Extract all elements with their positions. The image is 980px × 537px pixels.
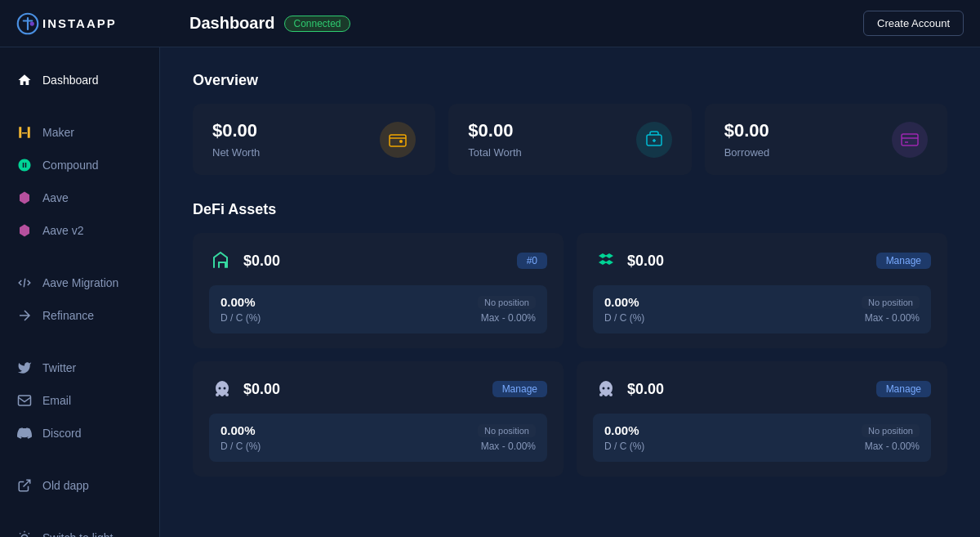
total-worth-amount: $0.00: [468, 120, 522, 141]
defi-title: DeFi Assets: [193, 201, 947, 218]
sidebar-item-aave[interactable]: Aave: [0, 181, 159, 214]
net-worth-info: $0.00 Net Worth: [212, 120, 260, 159]
svg-rect-21: [220, 393, 224, 396]
maker-card-left: $0.00: [209, 248, 280, 274]
sidebar-item-twitter[interactable]: Twitter: [0, 351, 159, 384]
maker-badge[interactable]: #0: [517, 253, 547, 269]
sidebar-label-aave-migration: Aave Migration: [42, 276, 118, 289]
total-worth-card: $0.00 Total Worth: [448, 104, 691, 175]
aave-v2-pct: 0.00%: [604, 423, 639, 437]
borrowed-card: $0.00 Borrowed: [705, 104, 947, 175]
aave-v2-stats-row-1: 0.00% No position: [604, 423, 920, 437]
aave-stats-row-2: D / C (%) Max - 0.00%: [220, 441, 536, 452]
compound-max: Max - 0.00%: [865, 312, 920, 324]
aave-icon: [16, 190, 33, 206]
aave-v2-card-left: $0.00: [593, 376, 664, 402]
maker-stats: 0.00% No position D / C (%) Max - 0.00%: [209, 285, 547, 333]
svg-rect-20: [216, 393, 219, 396]
svg-rect-26: [599, 393, 603, 396]
aave-card-header: $0.00 Manage: [209, 376, 547, 402]
aave-stats: 0.00% No position D / C (%) Max - 0.00%: [209, 414, 547, 462]
svg-point-30: [608, 387, 610, 390]
sidebar-item-aave-v2[interactable]: Aave v2: [0, 214, 159, 247]
compound-card-left: $0.00: [593, 248, 664, 274]
sidebar-group-tools: Aave Migration Refinance: [0, 263, 159, 335]
compound-manage-button[interactable]: Manage: [876, 253, 931, 269]
svg-rect-22: [225, 393, 229, 396]
net-worth-label: Net Worth: [212, 146, 260, 159]
sidebar-item-switch-light[interactable]: Switch to light: [0, 521, 159, 537]
sidebar-item-compound[interactable]: Compound: [0, 149, 159, 181]
svg-rect-2: [19, 396, 31, 405]
sidebar-label-switch-light: Switch to light: [42, 531, 113, 537]
svg-point-1: [30, 21, 34, 25]
svg-line-11: [29, 533, 29, 534]
sidebar-item-email[interactable]: Email: [0, 384, 159, 417]
sun-icon: [16, 530, 33, 537]
maker-stats-row-1: 0.00% No position: [220, 295, 536, 309]
compound-icon: [16, 157, 33, 173]
net-worth-icon: [380, 122, 416, 158]
sidebar-label-discord: Discord: [42, 427, 81, 440]
sidebar-group-theme: Switch to light: [0, 518, 159, 537]
compound-card-header: $0.00 Manage: [593, 248, 931, 274]
sidebar-item-aave-migration[interactable]: Aave Migration: [0, 266, 159, 299]
aave-dc-label: D / C (%): [220, 441, 261, 452]
aave-v2-max: Max - 0.00%: [865, 441, 920, 452]
total-worth-info: $0.00 Total Worth: [468, 120, 522, 159]
twitter-icon: [16, 360, 33, 376]
svg-rect-27: [604, 393, 608, 396]
sidebar-item-maker[interactable]: Maker: [0, 116, 159, 149]
aave-v2-amount: $0.00: [627, 381, 664, 398]
sidebar-item-old-dapp[interactable]: Old dapp: [0, 469, 159, 502]
aave-pct: 0.00%: [220, 423, 256, 437]
aave-manage-button[interactable]: Manage: [492, 381, 547, 397]
sidebar-label-old-dapp: Old dapp: [42, 479, 89, 492]
aave-defi-card: $0.00 Manage 0.00% No position D / C (%)…: [193, 361, 564, 477]
total-worth-icon: [636, 122, 672, 158]
maker-defi-card: $0.00 #0 0.00% No position D / C (%) Max…: [193, 233, 564, 348]
sidebar-label-dashboard: Dashboard: [42, 74, 99, 87]
borrowed-info: $0.00 Borrowed: [724, 120, 770, 159]
create-account-button[interactable]: Create Account: [863, 11, 964, 36]
compound-stats: 0.00% No position D / C (%) Max - 0.00%: [593, 285, 931, 333]
net-worth-amount: $0.00: [212, 120, 260, 141]
aave-v2-defi-card: $0.00 Manage 0.00% No position D / C (%)…: [577, 361, 947, 477]
aave-v2-card-header: $0.00 Manage: [593, 376, 931, 402]
aave-v2-no-position: No position: [862, 424, 920, 437]
logo: INSTAAPP: [16, 12, 176, 35]
aave-v2-protocol-icon: [593, 376, 619, 402]
migrate-icon: [16, 275, 33, 291]
compound-stats-row-2: D / C (%) Max - 0.00%: [604, 312, 920, 324]
aave-v2-dc-label: D / C (%): [604, 441, 644, 452]
sidebar-label-maker: Maker: [42, 126, 74, 139]
aave-protocol-icon: [209, 376, 235, 402]
compound-no-position: No position: [862, 296, 920, 309]
maker-stats-row-2: D / C (%) Max - 0.00%: [220, 312, 536, 324]
home-icon: [16, 72, 33, 88]
sidebar-item-dashboard[interactable]: Dashboard: [0, 64, 159, 96]
sidebar-item-discord[interactable]: Discord: [0, 417, 159, 450]
header-title-area: Dashboard Connected: [189, 14, 350, 33]
svg-point-29: [603, 387, 605, 390]
logo-icon: [16, 12, 39, 35]
sidebar-item-refinance[interactable]: Refinance: [0, 299, 159, 332]
svg-point-23: [219, 387, 221, 390]
aave-v2-manage-button[interactable]: Manage: [876, 381, 931, 397]
sidebar-label-aave-v2: Aave v2: [42, 224, 84, 237]
header-left: INSTAAPP Dashboard Connected: [16, 12, 350, 35]
svg-rect-12: [390, 135, 406, 146]
overview-cards: $0.00 Net Worth $0.00 Total Worth: [193, 104, 947, 175]
compound-defi-card: $0.00 Manage 0.00% No position D / C (%)…: [577, 233, 947, 348]
sidebar-label-email: Email: [42, 394, 71, 407]
compound-stats-row-1: 0.00% No position: [604, 295, 920, 309]
logo-text: INSTAAPP: [42, 16, 117, 30]
aave-amount: $0.00: [243, 381, 280, 398]
aave-card-left: $0.00: [209, 376, 280, 402]
sidebar-group-protocols: Maker Compound Aave Aave v2: [0, 113, 159, 250]
compound-protocol-icon: [593, 248, 619, 274]
aave-v2-icon: [16, 222, 33, 239]
main-content: Overview $0.00 Net Worth $0.00 Total Wor…: [160, 47, 980, 537]
defi-grid: $0.00 #0 0.00% No position D / C (%) Max…: [193, 233, 947, 477]
maker-no-position: No position: [478, 296, 536, 309]
